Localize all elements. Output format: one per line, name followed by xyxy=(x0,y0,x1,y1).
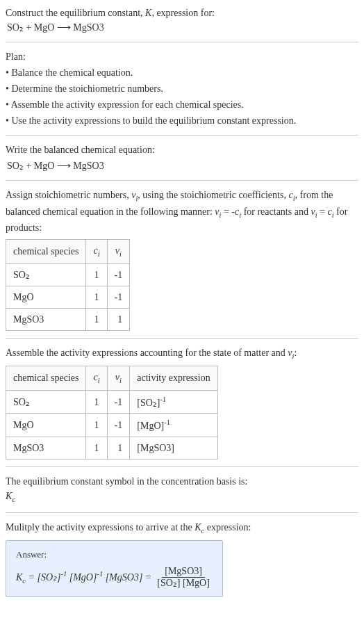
table-row: MgSO3 1 1 xyxy=(6,308,130,330)
kc-basis-section: The equilibrium constant symbol in the c… xyxy=(6,474,358,505)
cell-species: MgSO3 xyxy=(6,308,86,330)
kc-eq: Kc = [SO₂]-1 [MgO]-1 [MgSO3] = xyxy=(16,569,151,586)
table-row: chemical species ci νi activity expressi… xyxy=(6,366,218,391)
plan-bullet-2: • Determine the stoichiometric numbers. xyxy=(6,81,358,96)
answer-formula: Kc = [SO₂]-1 [MgO]-1 [MgSO3] = [MgSO3] [… xyxy=(16,566,213,590)
cell-species: SO₂ xyxy=(6,390,86,414)
cell-vi: -1 xyxy=(107,286,130,308)
cell-species: MgO xyxy=(6,286,86,308)
fraction-numerator: [MgSO3] xyxy=(162,566,205,578)
cell-activity: [SO₂]-1 xyxy=(130,390,217,414)
intro-section: Construct the equilibrium constant, K, e… xyxy=(6,6,358,35)
activity-intro: Assemble the activity expressions accoun… xyxy=(6,345,358,362)
col-vi: νi xyxy=(107,240,130,264)
stoich-section: Assign stoichiometric numbers, νi, using… xyxy=(6,188,358,331)
cell-vi: -1 xyxy=(107,263,130,286)
activity-section: Assemble the activity expressions accoun… xyxy=(6,345,358,460)
cell-species: MgO xyxy=(6,414,86,437)
intro-equation: SO₂ + MgO ⟶ MgSO3 xyxy=(7,20,358,35)
col-vi: νi xyxy=(107,366,130,391)
table-row: MgO 1 -1 xyxy=(6,286,130,308)
cell-vi: -1 xyxy=(107,414,130,437)
answer-label: Answer: xyxy=(16,548,213,562)
cell-activity: [MgSO3] xyxy=(130,437,217,460)
answer-box: Answer: Kc = [SO₂]-1 [MgO]-1 [MgSO3] = [… xyxy=(6,540,223,597)
balanced-section: Write the balanced chemical equation: SO… xyxy=(6,143,358,173)
cell-ci: 1 xyxy=(86,263,107,286)
plan-bullet-3: • Assemble the activity expression for e… xyxy=(6,97,358,112)
balanced-title: Write the balanced chemical equation: xyxy=(6,143,358,157)
intro-line: Construct the equilibrium constant, K, e… xyxy=(6,6,358,20)
divider xyxy=(6,512,358,513)
table-row: SO₂ 1 -1 [SO₂]-1 xyxy=(6,390,218,414)
plan-title: Plan: xyxy=(6,49,358,64)
multiply-line: Mulitply the activity expressions to arr… xyxy=(6,520,358,537)
cell-ci: 1 xyxy=(86,308,107,330)
col-ci: ci xyxy=(86,366,107,391)
cell-species: MgSO3 xyxy=(6,437,86,460)
col-species: chemical species xyxy=(6,240,86,264)
kc-basis-line: The equilibrium constant symbol in the c… xyxy=(6,474,358,489)
divider xyxy=(6,42,358,42)
cell-vi: -1 xyxy=(107,390,130,414)
cell-vi: 1 xyxy=(107,437,130,460)
plan-section: Plan: • Balance the chemical equation. •… xyxy=(6,49,358,128)
col-activity: activity expression xyxy=(130,366,217,391)
kc-symbol: Kc xyxy=(6,489,358,505)
cell-activity: [MgO]-1 xyxy=(130,414,217,437)
table-row: MgO 1 -1 [MgO]-1 xyxy=(6,414,218,437)
cell-ci: 1 xyxy=(86,286,107,308)
table-row: SO₂ 1 -1 xyxy=(6,263,130,286)
plan-bullets: • Balance the chemical equation. • Deter… xyxy=(6,65,358,128)
table-row: chemical species ci νi xyxy=(6,240,130,264)
cell-species: SO₂ xyxy=(6,263,86,286)
fraction: [MgSO3] [SO₂] [MgO] xyxy=(154,566,213,590)
cell-vi: 1 xyxy=(107,308,130,330)
divider xyxy=(6,466,358,467)
divider xyxy=(6,180,358,181)
col-species: chemical species xyxy=(6,366,86,391)
cell-ci: 1 xyxy=(86,414,107,437)
divider xyxy=(6,135,358,136)
cell-ci: 1 xyxy=(86,437,107,460)
stoich-table: chemical species ci νi SO₂ 1 -1 MgO 1 -1… xyxy=(6,239,130,331)
plan-bullet-4: • Use the activity expressions to build … xyxy=(6,113,358,128)
fraction-denominator: [SO₂] [MgO] xyxy=(154,578,213,589)
multiply-section: Mulitply the activity expressions to arr… xyxy=(6,520,358,598)
col-ci: ci xyxy=(86,240,107,264)
table-row: MgSO3 1 1 [MgSO3] xyxy=(6,437,218,460)
divider xyxy=(6,338,358,339)
balanced-equation: SO₂ + MgO ⟶ MgSO3 xyxy=(7,158,358,173)
cell-ci: 1 xyxy=(86,390,107,414)
activity-table: chemical species ci νi activity expressi… xyxy=(6,366,218,460)
stoich-intro: Assign stoichiometric numbers, νi, using… xyxy=(6,188,358,235)
plan-bullet-1: • Balance the chemical equation. xyxy=(6,65,358,80)
